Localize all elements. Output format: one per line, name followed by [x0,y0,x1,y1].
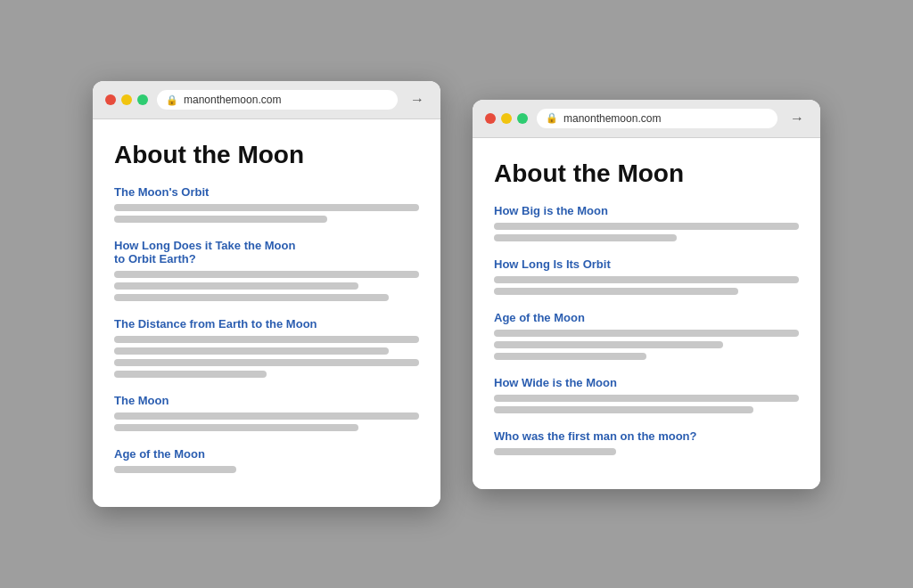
link-the-moon[interactable]: The Moon [114,394,419,407]
text-line [114,271,419,278]
text-line [494,395,799,402]
page-title-2: About the Moon [494,159,799,188]
section-how-big: How Big is the Moon [494,204,799,241]
text-line [114,336,419,343]
traffic-lights-2 [485,113,528,124]
section-how-long: How Long Does it Take the Moonto Orbit E… [114,239,419,301]
lock-icon-2: 🔒 [546,112,558,124]
text-line [114,216,327,223]
link-how-long[interactable]: How Long Does it Take the Moonto Orbit E… [114,239,419,265]
text-line [114,371,267,378]
dot-green-2[interactable] [517,113,528,124]
section-how-long-orbit: How Long Is Its Orbit [494,257,799,295]
navigate-button-2[interactable]: → [786,110,808,127]
browser-window-2: 🔒 manonthemoon.com → About the Moon How … [473,100,820,489]
link-age-moon-1[interactable]: Age of the Moon [114,447,419,461]
link-age-moon-2[interactable]: Age of the Moon [494,311,799,324]
url-text-1: manonthemoon.com [184,94,281,106]
text-line [494,223,799,230]
section-moons-orbit: The Moon's Orbit [114,185,419,223]
browser-content-2: About the Moon How Big is the Moon How L… [473,138,820,489]
section-age-moon-2: Age of the Moon [494,311,799,360]
text-line [494,276,799,283]
browser-content-1: About the Moon The Moon's Orbit How Long… [93,119,440,507]
browser-window-1: 🔒 manonthemoon.com → About the Moon The … [93,81,440,507]
address-bar-2[interactable]: 🔒 manonthemoon.com [537,109,777,128]
text-line [494,448,616,455]
browser-chrome-1: 🔒 manonthemoon.com → [93,81,440,119]
text-line [114,347,389,355]
section-age-moon-1: Age of the Moon [114,447,419,473]
text-line [114,424,358,431]
link-how-big[interactable]: How Big is the Moon [494,204,799,217]
url-text-2: manonthemoon.com [563,112,661,125]
section-how-wide: How Wide is the Moon [494,376,799,413]
text-line [114,412,419,420]
text-line [114,294,389,301]
lock-icon-1: 🔒 [166,94,178,106]
dot-red-1[interactable] [105,94,116,105]
section-distance: The Distance from Earth to the Moon [114,317,419,378]
text-line [494,288,738,295]
page-title-1: About the Moon [114,141,419,169]
text-line [114,204,419,211]
dot-red-2[interactable] [485,113,496,124]
section-first-man: Who was the first man on the moon? [494,429,799,455]
traffic-lights-1 [105,94,148,105]
text-line [114,466,236,473]
dot-green-1[interactable] [137,94,148,105]
text-line [114,359,419,366]
link-how-wide[interactable]: How Wide is the Moon [494,376,799,389]
browser-chrome-2: 🔒 manonthemoon.com → [473,100,820,138]
navigate-button-1[interactable]: → [407,92,428,108]
address-bar-1[interactable]: 🔒 manonthemoon.com [157,90,398,110]
text-line [114,282,358,290]
link-how-long-orbit[interactable]: How Long Is Its Orbit [494,257,799,271]
section-the-moon: The Moon [114,394,419,431]
link-first-man[interactable]: Who was the first man on the moon? [494,429,799,443]
link-distance[interactable]: The Distance from Earth to the Moon [114,317,419,331]
text-line [494,330,799,337]
text-line [494,234,677,241]
text-line [494,341,723,348]
dot-yellow-1[interactable] [121,94,132,105]
text-line [494,353,646,360]
text-line [494,406,753,413]
link-moons-orbit[interactable]: The Moon's Orbit [114,185,419,199]
dot-yellow-2[interactable] [501,113,512,124]
